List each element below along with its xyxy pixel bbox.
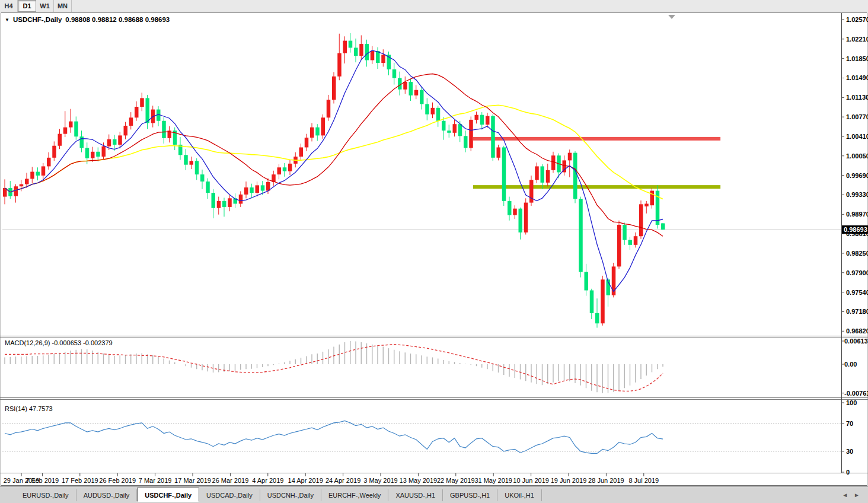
svg-text:0.98970: 0.98970 — [846, 211, 868, 218]
chart-canvas: 1.025701.022101.018501.014901.011301.007… — [0, 12, 868, 486]
svg-text:31 May 2019: 31 May 2019 — [474, 477, 512, 484]
svg-text:17 Mar 2019: 17 Mar 2019 — [174, 477, 211, 484]
support-level-line[interactable] — [473, 185, 720, 189]
svg-text:26 Mar 2019: 26 Mar 2019 — [212, 477, 249, 484]
symbol-tabbar: EURUSD-,DailyAUDUSD-,DailyUSDCHF-,DailyU… — [0, 486, 868, 503]
svg-text:1.00410: 1.00410 — [846, 133, 868, 140]
svg-text:-0.007612: -0.007612 — [844, 390, 868, 397]
svg-text:19 Jun 2019: 19 Jun 2019 — [551, 477, 587, 484]
symbol-tab-audusddaily[interactable]: AUDUSD-,Daily — [76, 489, 138, 501]
svg-text:1.02210: 1.02210 — [846, 36, 868, 43]
symbol-tab-eurusddaily[interactable]: EURUSD-,Daily — [15, 489, 76, 501]
svg-text:3 May 2019: 3 May 2019 — [363, 477, 397, 484]
symbol-tab-xauusdh1[interactable]: XAUUSD-,H1 — [388, 489, 443, 501]
svg-text:100: 100 — [846, 399, 857, 406]
timeframe-button-h4[interactable]: H4 — [0, 0, 18, 12]
svg-text:70: 70 — [846, 420, 853, 427]
timeframe-button-d1[interactable]: D1 — [18, 0, 36, 12]
svg-text:0.99690: 0.99690 — [846, 172, 868, 179]
symbol-tab-usdcaddaily[interactable]: USDCAD-,Daily — [199, 489, 260, 501]
symbol-tab-usdchfdaily[interactable]: USDCHF-,Daily — [137, 488, 199, 502]
svg-text:28 Jun 2019: 28 Jun 2019 — [588, 477, 624, 484]
svg-text:7 Feb 2019: 7 Feb 2019 — [26, 477, 59, 484]
svg-text:1.00050: 1.00050 — [846, 152, 868, 160]
svg-text:0.98693: 0.98693 — [844, 226, 867, 233]
tabbar-scroll-arrows: ◄► — [842, 492, 860, 498]
svg-text:14 Apr 2019: 14 Apr 2019 — [288, 477, 323, 484]
timeframe-button-w1[interactable]: W1 — [36, 0, 54, 12]
svg-text:0: 0 — [846, 469, 850, 476]
svg-text:0.97540: 0.97540 — [846, 289, 868, 296]
svg-text:0.98250: 0.98250 — [846, 250, 868, 257]
symbol-tab-usdcnhdaily[interactable]: USDCNH-,Daily — [260, 489, 321, 501]
svg-text:1.01130: 1.01130 — [846, 94, 868, 101]
svg-text:1.01850: 1.01850 — [846, 55, 868, 62]
chart-window: 1.025701.022101.018501.014901.011301.007… — [0, 12, 868, 486]
svg-text:22 May 2019: 22 May 2019 — [437, 477, 475, 484]
svg-text:24 Apr 2019: 24 Apr 2019 — [326, 477, 360, 484]
svg-text:0.97180: 0.97180 — [846, 308, 868, 315]
timeframe-toolbar: H4D1W1MN — [0, 0, 868, 12]
tabbar-scroll-left-icon[interactable]: ◄ — [842, 492, 848, 498]
svg-text:1.01490: 1.01490 — [846, 74, 868, 81]
svg-text:0.00: 0.00 — [844, 361, 857, 368]
resistance-level-line[interactable] — [473, 137, 720, 141]
svg-text:8 Jul 2019: 8 Jul 2019 — [628, 477, 659, 484]
svg-text:0.99330: 0.99330 — [846, 191, 868, 198]
symbol-tab-gbpusdh1[interactable]: GBPUSD-,H1 — [443, 489, 497, 501]
timeframe-button-mn[interactable]: MN — [54, 0, 72, 12]
symbol-tab-ukoilh1[interactable]: UKOil-,H1 — [497, 489, 542, 501]
svg-text:13 May 2019: 13 May 2019 — [400, 477, 438, 484]
symbol-tab-eurchfweekly[interactable]: EURCHF-,Weekly — [321, 489, 388, 501]
svg-text:1.02570: 1.02570 — [846, 16, 868, 23]
svg-text:17 Feb 2019: 17 Feb 2019 — [62, 477, 98, 484]
svg-text:10 Jun 2019: 10 Jun 2019 — [513, 477, 549, 484]
svg-text:0.00613: 0.00613 — [844, 338, 868, 345]
svg-text:0.96820: 0.96820 — [846, 327, 868, 335]
svg-text:26 Feb 2019: 26 Feb 2019 — [99, 477, 136, 484]
svg-text:30: 30 — [846, 448, 853, 455]
svg-text:4 Apr 2019: 4 Apr 2019 — [252, 477, 283, 484]
svg-text:7 Mar 2019: 7 Mar 2019 — [139, 477, 172, 484]
svg-text:1.00770: 1.00770 — [846, 113, 868, 120]
tabbar-scroll-right-icon[interactable]: ► — [854, 492, 860, 498]
svg-text:0.97900: 0.97900 — [846, 269, 868, 276]
